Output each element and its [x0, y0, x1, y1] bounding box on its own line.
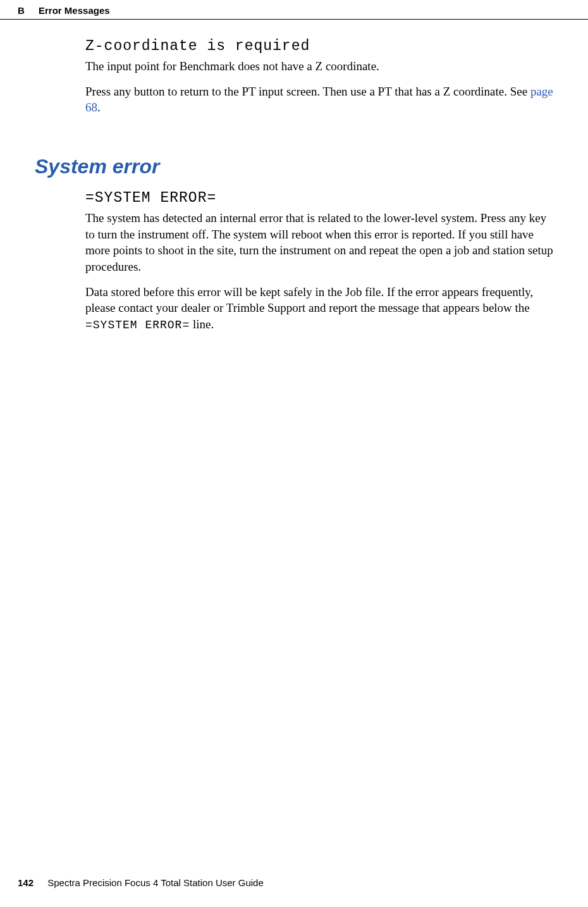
body-text: The input point for Benchmark does not h…	[85, 58, 553, 75]
footer-guide-title: Spectra Precision Focus 4 Total Station …	[47, 877, 264, 888]
inline-mono-text: =SYSTEM ERROR=	[85, 319, 190, 331]
body-text-span: .	[97, 101, 101, 114]
content-block-2: =SYSTEM ERROR= The system has detected a…	[85, 190, 553, 342]
header-rule	[0, 19, 588, 20]
section-title: Error Messages	[39, 5, 110, 16]
heading-system-error: System error	[35, 155, 159, 178]
content-block-1: Z-coordinate is required The input point…	[85, 38, 553, 125]
page-number: 142	[18, 877, 34, 888]
body-text: Data stored before this error will be ke…	[85, 284, 553, 333]
body-text: The system has detected an internal erro…	[85, 210, 553, 275]
body-text-span: Data stored before this error will be ke…	[85, 285, 533, 315]
page-header: B Error Messages	[18, 5, 110, 16]
body-text-span: Press any button to return to the PT inp…	[85, 85, 530, 98]
body-text: Press any button to return to the PT inp…	[85, 83, 553, 116]
error-title-system: =SYSTEM ERROR=	[85, 190, 553, 206]
page-footer: 142 Spectra Precision Focus 4 Total Stat…	[18, 877, 264, 888]
section-letter: B	[18, 5, 25, 16]
body-text-span: line.	[190, 318, 214, 331]
error-title-zcoord: Z-coordinate is required	[85, 38, 553, 54]
